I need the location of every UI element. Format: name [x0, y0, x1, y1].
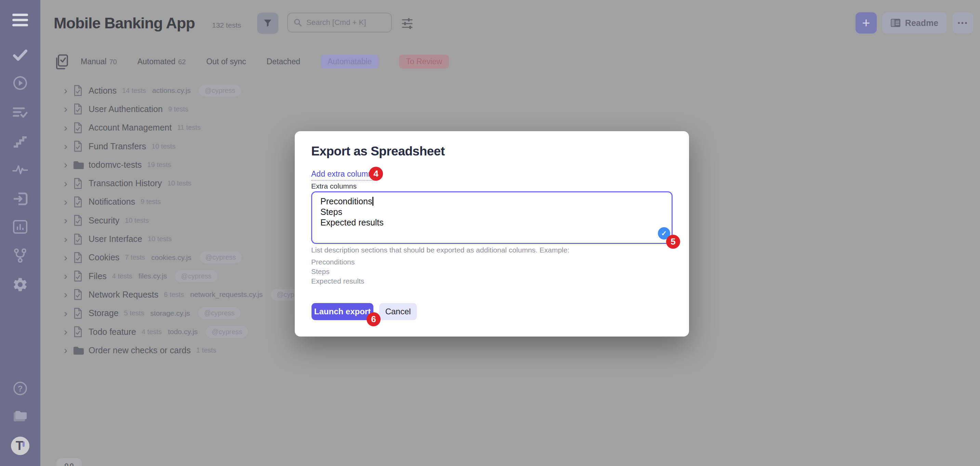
suite-tag-chip[interactable]: @cypress: [200, 252, 242, 263]
readme-button[interactable]: Readme: [882, 12, 947, 33]
cancel-button[interactable]: Cancel: [379, 303, 417, 320]
test-file-icon: [73, 196, 83, 208]
chevron-right-icon[interactable]: [64, 141, 73, 151]
git-branch-icon[interactable]: [0, 248, 40, 263]
test-file-icon: [73, 252, 83, 263]
test-suite-row[interactable]: Todo feature 4 tests todo.cy.js @cypress: [64, 322, 313, 341]
test-suite-row[interactable]: Fund Transfers 10 tests: [64, 137, 313, 155]
test-suite-row[interactable]: Transaction History 10 tests: [64, 174, 313, 192]
tab-automated[interactable]: Automated 62: [137, 57, 186, 66]
suite-tag-chip[interactable]: @cypress: [199, 85, 241, 97]
test-suite-list: Actions 14 tests actions.cy.js @cypress …: [64, 81, 313, 360]
step-badge-4: 4: [369, 167, 383, 181]
suite-name: Fund Transfers: [89, 141, 146, 151]
test-suite-row[interactable]: Actions 14 tests actions.cy.js @cypress: [64, 81, 313, 100]
example-line: Steps: [311, 268, 329, 276]
suite-test-count: 10 tests: [148, 235, 172, 243]
example-line: Preconditions: [311, 258, 355, 266]
tab-out-of-sync[interactable]: Out of sync: [206, 57, 246, 66]
suite-tag-chip[interactable]: @cypress: [175, 270, 217, 282]
example-line: Expected results: [311, 277, 364, 285]
app-root: ? T Mobile Banking App 132 tests Search …: [0, 0, 980, 466]
import-signin-icon[interactable]: [0, 191, 40, 206]
chevron-right-icon[interactable]: [64, 234, 73, 244]
chevron-right-icon[interactable]: [64, 104, 73, 114]
modal-title: Export as Spreadsheet: [311, 144, 444, 159]
test-suite-row[interactable]: Network Requests 6 tests network_request…: [64, 285, 313, 304]
reports-chart-icon[interactable]: [0, 220, 40, 234]
test-file-icon: [73, 270, 83, 282]
test-suite-row[interactable]: Cookies 7 tests cookies.cy.js @cypress: [64, 248, 313, 267]
pulse-activity-icon[interactable]: [0, 164, 40, 176]
test-suite-row[interactable]: Order new checks or cards 1 tests: [64, 341, 313, 360]
tab-detached[interactable]: Detached: [267, 57, 300, 66]
test-file-icon: [73, 233, 83, 245]
help-icon[interactable]: ?: [0, 381, 40, 396]
add-extra-columns-link[interactable]: Add extra columns: [311, 170, 376, 181]
test-suite-row[interactable]: Security 10 tests: [64, 211, 313, 230]
add-button[interactable]: +: [856, 12, 877, 33]
chevron-right-icon[interactable]: [64, 197, 73, 207]
chevron-right-icon[interactable]: [64, 215, 73, 225]
tab-manual[interactable]: Manual 70: [81, 57, 117, 66]
tab-label: Out of sync: [206, 57, 246, 66]
suite-name: User Interface: [89, 234, 142, 244]
checklist-icon[interactable]: [0, 105, 40, 120]
chevron-right-icon[interactable]: [64, 252, 73, 263]
suite-file-name: storage.cy.js: [150, 309, 190, 317]
test-suite-row[interactable]: User Interface 10 tests: [64, 230, 313, 248]
settings-gear-icon[interactable]: [0, 276, 40, 293]
suite-tag-chip[interactable]: @cypress: [206, 326, 248, 338]
chevron-right-icon[interactable]: [64, 308, 73, 319]
step-badge-6: 6: [367, 312, 380, 326]
search-input[interactable]: Search [Cmd + K]: [287, 13, 392, 32]
chevron-right-icon[interactable]: [64, 271, 73, 281]
test-suite-row[interactable]: User Authentication 9 tests: [64, 100, 313, 118]
projects-folders-icon[interactable]: [0, 409, 40, 424]
filter-button[interactable]: [257, 13, 278, 34]
extra-columns-textarea[interactable]: Preconditions Steps Expected results: [311, 191, 673, 244]
tab-automatable[interactable]: Automatable: [321, 55, 379, 69]
chevron-right-icon[interactable]: [64, 123, 73, 133]
test-suite-row[interactable]: Notifications 9 tests: [64, 193, 313, 211]
search-icon: [293, 18, 302, 27]
chevron-right-icon[interactable]: [64, 160, 73, 170]
keyboard-shortcuts-button[interactable]: ⌘: [56, 458, 82, 466]
tab-label: Detached: [267, 57, 300, 66]
question-glyph: ?: [18, 384, 23, 393]
tab-label: Automated: [137, 57, 175, 66]
tab-to-review[interactable]: To Review: [399, 55, 449, 69]
test-suite-row[interactable]: todomvc-tests 19 tests: [64, 155, 313, 174]
suite-file-name: network_requests.cy.js: [190, 290, 262, 299]
filter-settings-icon[interactable]: [401, 17, 414, 30]
extra-columns-label: Extra columns: [311, 182, 356, 190]
test-file-icon: [73, 140, 83, 152]
chevron-right-icon[interactable]: [64, 289, 73, 300]
suite-test-count: 14 tests: [122, 87, 146, 95]
chevron-right-icon[interactable]: [64, 86, 73, 96]
filter-tabs: Manual 70 Automated 62 Out of sync Detac…: [81, 54, 449, 69]
suite-name: Todo feature: [89, 327, 136, 337]
more-options-button[interactable]: •••: [953, 12, 973, 33]
test-suite-row[interactable]: Account Management 11 tests: [64, 119, 313, 137]
test-suite-row[interactable]: Files 4 tests files.cy.js @cypress: [64, 267, 313, 285]
test-suite-row[interactable]: Storage 5 tests storage.cy.js @cypress: [64, 304, 313, 322]
chevron-right-icon[interactable]: [64, 178, 73, 189]
chevron-right-icon[interactable]: [64, 327, 73, 337]
test-file-icon: [73, 326, 83, 338]
suite-name: Order new checks or cards: [89, 346, 191, 355]
launch-export-button[interactable]: Launch export: [312, 303, 374, 320]
chevron-right-icon[interactable]: [64, 345, 73, 355]
bulk-select-icon[interactable]: [54, 54, 69, 70]
menu-icon[interactable]: [0, 14, 40, 26]
test-file-icon: [73, 289, 83, 300]
steps-stairs-icon[interactable]: [0, 135, 40, 148]
runs-play-icon[interactable]: [0, 76, 40, 90]
text-cursor: [372, 197, 374, 206]
folder-icon: [73, 346, 84, 355]
avatar[interactable]: T: [0, 436, 40, 456]
suite-name: Notifications: [89, 197, 135, 207]
suite-tag-chip[interactable]: @cypress: [198, 307, 240, 319]
test-file-icon: [73, 307, 83, 319]
tests-check-icon[interactable]: [0, 48, 40, 62]
